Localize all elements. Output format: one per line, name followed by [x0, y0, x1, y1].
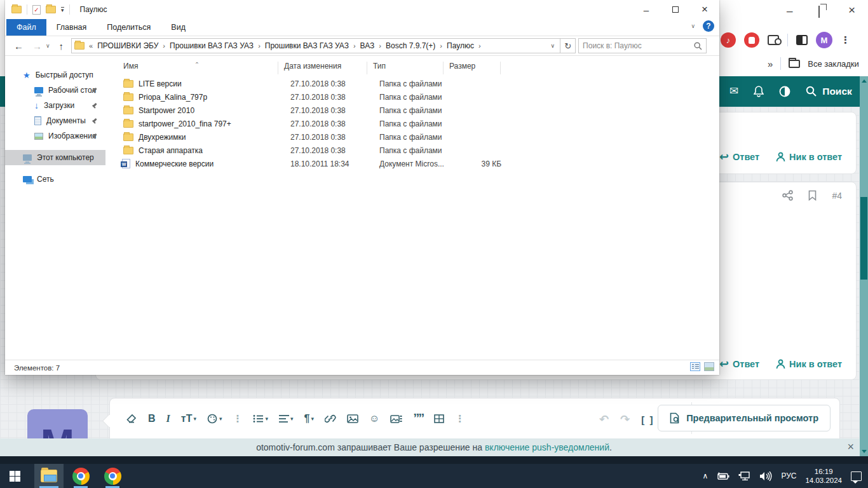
- network-icon[interactable]: [738, 471, 750, 481]
- volume-icon[interactable]: [759, 471, 772, 481]
- post-number[interactable]: #4: [832, 191, 842, 201]
- breadcrumb-item[interactable]: Паулюс: [447, 41, 474, 50]
- action-center-icon[interactable]: [851, 471, 862, 481]
- bbcode-icon[interactable]: [ ]: [641, 414, 654, 425]
- push-enable-link[interactable]: включение push-уведомлений: [485, 442, 609, 452]
- breadcrumb-item[interactable]: ВАЗ: [360, 41, 375, 50]
- explorer-minimize-button[interactable]: –: [632, 0, 661, 19]
- properties-check-icon[interactable]: ✓: [32, 5, 41, 15]
- address-dropdown-icon[interactable]: ∨: [551, 43, 558, 49]
- browser-minimize-button[interactable]: –: [787, 5, 792, 18]
- paragraph-icon[interactable]: ¶▾: [304, 413, 314, 424]
- clock[interactable]: 16:19 14.03.2024: [805, 467, 842, 485]
- breadcrumb-item[interactable]: ПРОШИВКИ ЭБУ: [97, 41, 158, 50]
- quote-block-icon[interactable]: ””: [413, 411, 423, 426]
- music-extension-icon[interactable]: ♪: [721, 32, 736, 48]
- italic-icon[interactable]: I: [166, 413, 170, 424]
- new-folder-icon[interactable]: [46, 6, 56, 13]
- theme-contrast-icon[interactable]: [779, 86, 790, 97]
- table-icon[interactable]: [434, 414, 444, 423]
- language-indicator[interactable]: РУС: [781, 471, 796, 480]
- explorer-search-box[interactable]: [578, 38, 707, 53]
- tab-home[interactable]: Главная: [46, 19, 97, 36]
- taskbar-browser-button-2[interactable]: [98, 464, 127, 488]
- file-row[interactable]: Startpower 2010 27.10.2018 0:38 Папка с …: [112, 104, 709, 117]
- taskbar-explorer-button[interactable]: [34, 464, 64, 488]
- battery-icon[interactable]: [717, 472, 729, 480]
- file-row[interactable]: LITE версии 27.10.2018 0:38 Папка с файл…: [112, 77, 709, 90]
- tab-view[interactable]: Вид: [161, 19, 196, 36]
- sidebar-item-documents[interactable]: Документы: [5, 113, 105, 128]
- explorer-close-button[interactable]: ×: [690, 0, 719, 19]
- notification-close-button[interactable]: ×: [847, 440, 854, 454]
- start-button[interactable]: [0, 464, 29, 488]
- breadcrumb-item[interactable]: Прошивки ВАЗ ГАЗ УАЗ: [170, 41, 254, 50]
- column-header-size[interactable]: Размер: [449, 62, 475, 71]
- bookmarks-overflow-icon[interactable]: »: [768, 58, 773, 69]
- remove-format-icon[interactable]: [126, 414, 137, 423]
- thumbnails-view-button[interactable]: [704, 362, 714, 371]
- divider[interactable]: [367, 62, 367, 74]
- bold-icon[interactable]: B: [148, 413, 156, 424]
- forward-button[interactable]: →: [32, 41, 42, 51]
- scroll-up-icon[interactable]: [862, 79, 867, 83]
- more-tools-icon[interactable]: ⋮: [455, 413, 465, 424]
- refresh-button[interactable]: ↻: [560, 38, 576, 53]
- breadcrumb-item[interactable]: Прошивки ВАЗ ГАЗ УАЗ: [265, 41, 349, 50]
- adblock-extension-icon[interactable]: [744, 32, 759, 48]
- help-icon[interactable]: ?: [703, 20, 714, 32]
- reply-button[interactable]: ↩Ответ: [719, 359, 759, 369]
- scroll-down-icon[interactable]: [862, 450, 867, 453]
- bookmark-icon[interactable]: [808, 190, 817, 201]
- nick-reply-button[interactable]: Ник в ответ: [776, 359, 842, 369]
- more-tools-icon[interactable]: ⋮: [233, 413, 242, 424]
- browser-close-button[interactable]: ×: [848, 3, 855, 17]
- smilies-icon[interactable]: ☺: [369, 413, 379, 424]
- customize-qat-icon[interactable]: ▾: [61, 7, 64, 12]
- file-row[interactable]: Priopa_Kalina_797p 27.10.2018 0:38 Папка…: [112, 90, 709, 104]
- taskbar-browser-button[interactable]: [66, 464, 95, 488]
- tab-file[interactable]: Файл: [6, 19, 46, 36]
- sidebar-item-desktop[interactable]: Рабочий стол: [5, 83, 105, 98]
- image-icon[interactable]: [347, 414, 358, 423]
- recent-locations-icon[interactable]: ∨: [46, 43, 50, 49]
- tray-expand-icon[interactable]: ∧: [703, 471, 709, 480]
- sidebar-item-pictures[interactable]: Изображения: [5, 128, 105, 144]
- all-bookmarks-button[interactable]: Все закладки: [808, 59, 858, 69]
- inbox-envelope-icon[interactable]: ✉: [729, 85, 738, 98]
- side-panel-icon[interactable]: [796, 35, 808, 45]
- undo-icon[interactable]: ↶: [599, 412, 609, 426]
- media-gallery-icon[interactable]: [390, 414, 402, 423]
- explorer-maximize-button[interactable]: [661, 0, 690, 19]
- file-row[interactable]: Коммерческие версии 18.10.2011 18:34 Док…: [112, 157, 709, 170]
- extensions-puzzle-icon[interactable]: [768, 35, 779, 45]
- browser-restore-button[interactable]: [818, 6, 820, 18]
- alerts-bell-icon[interactable]: [754, 86, 764, 97]
- back-button[interactable]: ←: [14, 41, 24, 51]
- text-color-icon[interactable]: ▾: [207, 414, 222, 424]
- redo-icon[interactable]: ↷: [620, 412, 630, 426]
- sidebar-item-network[interactable]: Сеть: [5, 172, 105, 187]
- preview-button[interactable]: Предварительный просмотр: [658, 405, 831, 431]
- nick-reply-button[interactable]: Ник в ответ: [776, 152, 842, 162]
- reply-button[interactable]: ↩Ответ: [719, 152, 759, 162]
- font-size-icon[interactable]: тT▾: [181, 413, 196, 424]
- breadcrumb-item[interactable]: Bosch 7.9.7(+): [386, 41, 435, 50]
- column-header-name[interactable]: Имя: [123, 62, 138, 71]
- link-icon[interactable]: [325, 414, 336, 423]
- align-icon[interactable]: ▾: [279, 414, 294, 423]
- address-bar[interactable]: « ПРОШИВКИ ЭБУ › Прошивки ВАЗ ГАЗ УАЗ › …: [71, 38, 560, 53]
- breadcrumb-overflow-icon[interactable]: «: [87, 42, 95, 50]
- profile-avatar[interactable]: M: [816, 32, 832, 48]
- file-row[interactable]: Двухрежимки 27.10.2018 0:38 Папка с файл…: [112, 130, 709, 144]
- tab-share[interactable]: Поделиться: [97, 19, 161, 36]
- browser-menu-icon[interactable]: ⋮: [841, 34, 850, 46]
- ribbon-expand-icon[interactable]: ∨: [691, 23, 695, 29]
- column-header-type[interactable]: Тип: [373, 62, 386, 71]
- file-row[interactable]: Старая аппаратка 27.10.2018 0:38 Папка с…: [112, 144, 709, 157]
- explorer-titlebar[interactable]: ✓ ▾ Паулюс – ×: [5, 0, 719, 19]
- file-row[interactable]: startpower_2010_fina 797+ 27.10.2018 0:3…: [112, 117, 709, 130]
- forum-search-button[interactable]: Поиск: [806, 86, 852, 97]
- divider[interactable]: [500, 62, 501, 74]
- sidebar-item-downloads[interactable]: ↓ Загрузки: [5, 98, 105, 113]
